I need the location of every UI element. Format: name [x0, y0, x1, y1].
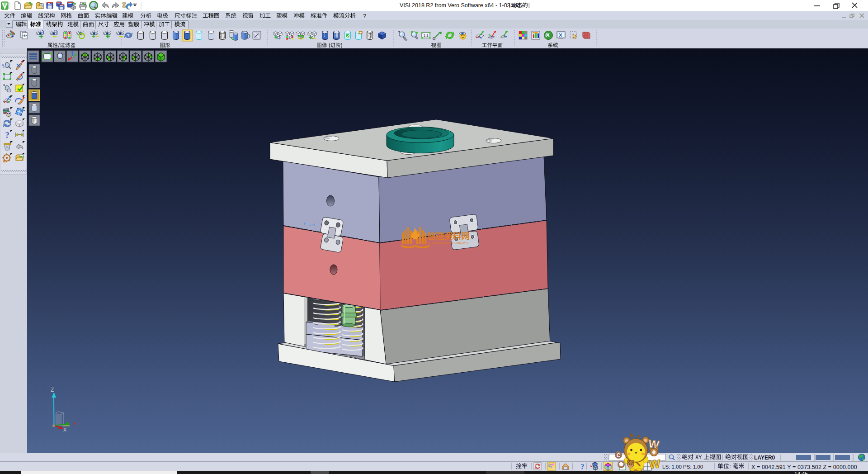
svg-text:?: ?	[5, 130, 9, 140]
svg-text:W: W	[649, 457, 661, 471]
svg-text:?: ?	[580, 462, 585, 471]
svg-text:C: C	[617, 452, 621, 459]
svg-text:X: X	[63, 427, 66, 432]
svg-text:Y: Y	[73, 421, 76, 427]
svg-text:Z: Z	[51, 387, 54, 393]
svg-text:1:1: 1:1	[423, 33, 429, 38]
